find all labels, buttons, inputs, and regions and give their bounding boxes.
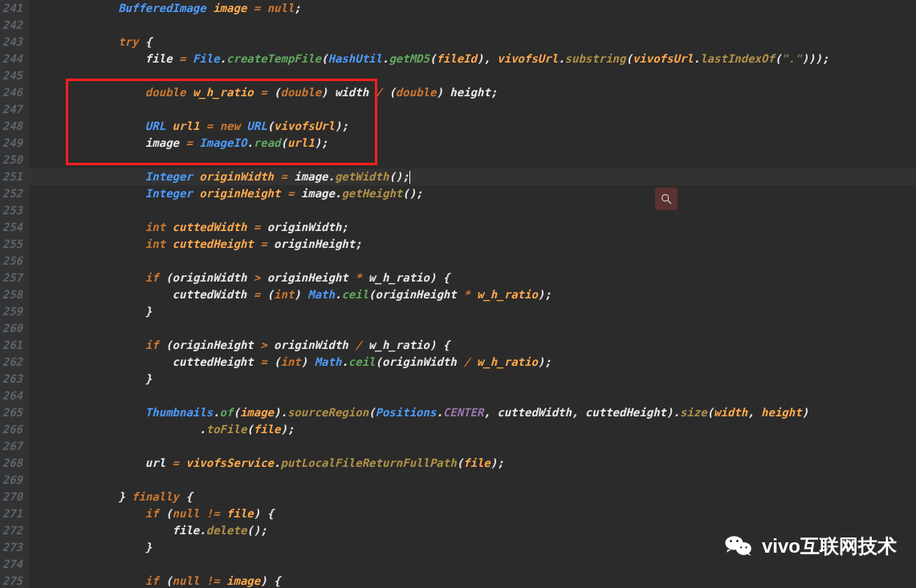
- line-number: 267: [0, 438, 22, 455]
- code-line[interactable]: if (originHeight > originWidth / w_h_rat…: [37, 337, 916, 354]
- code-line[interactable]: .toFile(file);: [37, 421, 916, 438]
- line-number: 274: [0, 556, 22, 573]
- code-line[interactable]: BufferedImage image = null;: [37, 0, 916, 17]
- code-line[interactable]: Integer originHeight = image.getHeight()…: [37, 185, 916, 202]
- code-line[interactable]: int cuttedWidth = originWidth;: [37, 219, 916, 236]
- code-line[interactable]: image = ImageIO.read(url1);: [37, 135, 916, 152]
- code-line[interactable]: Thumbnails.of(image).sourceRegion(Positi…: [37, 404, 916, 421]
- svg-point-5: [736, 540, 739, 542]
- code-line[interactable]: [37, 67, 916, 84]
- svg-point-3: [736, 542, 751, 555]
- code-line[interactable]: try {: [37, 34, 916, 51]
- code-area[interactable]: BufferedImage image = null; try { file =…: [29, 0, 916, 588]
- line-number: 243: [0, 34, 22, 51]
- code-line[interactable]: cuttedWidth = (int) Math.ceil(originHeig…: [37, 286, 916, 303]
- line-number: 251: [0, 168, 22, 185]
- svg-point-7: [745, 546, 747, 548]
- svg-line-1: [668, 201, 671, 204]
- code-line[interactable]: if (null != image) {: [37, 573, 916, 588]
- code-line[interactable]: [37, 438, 916, 455]
- svg-point-6: [740, 546, 742, 548]
- line-number: 261: [0, 337, 22, 354]
- line-number: 272: [0, 522, 22, 539]
- wechat-icon: [723, 530, 754, 561]
- line-number: 268: [0, 455, 22, 472]
- code-line[interactable]: cuttedHeight = (int) Math.ceil(originWid…: [37, 354, 916, 371]
- code-editor[interactable]: 2412422432442452462472482492502512522532…: [0, 0, 916, 588]
- line-number: 265: [0, 404, 22, 421]
- line-number: 259: [0, 303, 22, 320]
- code-line[interactable]: [37, 320, 916, 337]
- line-number: 257: [0, 270, 22, 286]
- code-line[interactable]: if (null != file) {: [37, 505, 916, 522]
- code-line[interactable]: int cuttedHeight = originHeight;: [37, 236, 916, 253]
- line-number: 260: [0, 320, 22, 337]
- line-number: 266: [0, 421, 22, 438]
- line-number: 269: [0, 472, 22, 489]
- code-line[interactable]: [37, 101, 916, 118]
- code-line[interactable]: URL url1 = new URL(vivofsUrl);: [37, 118, 916, 135]
- line-number: 252: [0, 185, 22, 202]
- line-number: 248: [0, 118, 22, 135]
- line-number-gutter: 2412422432442452462472482492502512522532…: [0, 0, 29, 588]
- code-line[interactable]: Integer originWidth = image.getWidth();: [37, 168, 916, 185]
- line-number: 273: [0, 539, 22, 556]
- code-line[interactable]: }: [37, 303, 916, 320]
- code-line[interactable]: if (originWidth > originHeight * w_h_rat…: [37, 270, 916, 286]
- line-number: 253: [0, 202, 22, 219]
- code-line[interactable]: [37, 202, 916, 219]
- svg-point-4: [730, 540, 732, 542]
- line-number: 246: [0, 84, 22, 101]
- line-number: 247: [0, 101, 22, 118]
- watermark-text: vivo互联网技术: [762, 537, 897, 554]
- line-number: 249: [0, 135, 22, 152]
- line-number: 244: [0, 51, 22, 67]
- line-number: 271: [0, 505, 22, 522]
- code-line[interactable]: [37, 152, 916, 168]
- svg-point-0: [662, 195, 669, 201]
- line-number: 270: [0, 489, 22, 505]
- line-number: 242: [0, 17, 22, 34]
- line-number: 241: [0, 0, 22, 17]
- line-number: 263: [0, 371, 22, 387]
- line-number: 258: [0, 286, 22, 303]
- code-line[interactable]: } finally {: [37, 489, 916, 505]
- line-number: 256: [0, 253, 22, 270]
- code-line[interactable]: [37, 472, 916, 489]
- line-number: 255: [0, 236, 22, 253]
- code-line[interactable]: [37, 253, 916, 270]
- code-line[interactable]: file = File.createTempFile(HashUtil.getM…: [37, 51, 916, 67]
- code-line[interactable]: double w_h_ratio = (double) width / (dou…: [37, 84, 916, 101]
- code-line[interactable]: url = vivofsService.putLocalFileReturnFu…: [37, 455, 916, 472]
- search-icon[interactable]: [655, 188, 678, 210]
- line-number: 245: [0, 67, 22, 84]
- code-line[interactable]: [37, 17, 916, 34]
- line-number: 264: [0, 387, 22, 404]
- line-number: 275: [0, 573, 22, 588]
- code-line[interactable]: }: [37, 371, 916, 387]
- line-number: 262: [0, 354, 22, 371]
- watermark: vivo互联网技术: [723, 530, 897, 561]
- code-line[interactable]: [37, 387, 916, 404]
- line-number: 254: [0, 219, 22, 236]
- line-number: 250: [0, 152, 22, 168]
